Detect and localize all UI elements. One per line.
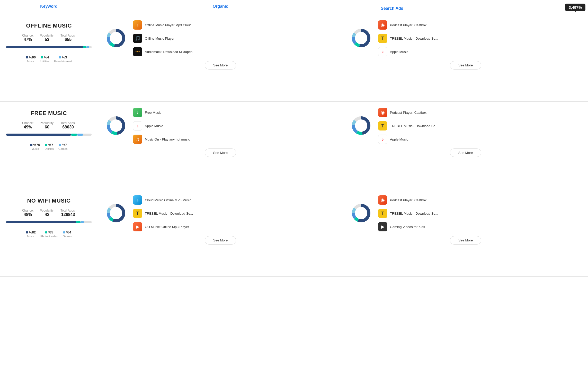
popularity-label: Popularity: xyxy=(40,209,55,212)
app-item: ◉ Podcast Player: Castbox xyxy=(378,108,583,117)
stat-popularity: Popularity: 42 xyxy=(40,209,55,217)
stat-popularity: Popularity: 60 xyxy=(40,121,55,129)
app-name: Free Music xyxy=(145,111,161,115)
app-item: 〜 Audiomack: Download Mixtapes xyxy=(133,47,338,56)
app-item: ♫ Music On - Play any hot music xyxy=(133,135,338,144)
donut-chart xyxy=(348,113,374,139)
donut-chart xyxy=(103,113,129,139)
chart-app-row: ◉ Podcast Player: Castbox T TREBEL Music… xyxy=(348,108,583,144)
legend-item: %76 Music xyxy=(30,143,40,150)
legend-dot xyxy=(63,231,65,233)
app-item: ♪ Apple Music xyxy=(378,47,583,56)
see-more-ads-button[interactable]: See More xyxy=(450,236,481,245)
grid-row-0: OFFLINE MUSIC Chance: 47% Popularity: 53… xyxy=(0,14,588,102)
popularity-value: 42 xyxy=(40,212,55,217)
ads-header-wrapper: Search Ads 3,497% xyxy=(343,4,588,11)
app-icon: ♫ xyxy=(133,135,142,144)
app-icon: ▶ xyxy=(133,222,142,231)
app-item: ◉ Podcast Player: Castbox xyxy=(378,20,583,30)
legend-item: %4 Games xyxy=(63,230,72,238)
app-name: Podcast Player: Castbox xyxy=(390,111,426,115)
keyword-col-0: OFFLINE MUSIC Chance: 47% Popularity: 53… xyxy=(0,14,98,101)
app-item: ♪ Offline Music Player Mp3 Cloud xyxy=(133,20,338,30)
app-item: ▶ GO Music: Offline Mp3 Player xyxy=(133,222,338,231)
app-icon: T xyxy=(378,209,387,218)
legend-item: %5 Photo & video xyxy=(40,230,58,238)
see-more-ads-button[interactable]: See More xyxy=(450,61,481,69)
legend-pct: %90 xyxy=(29,55,36,59)
organic-col-1: ♪ Free Music ♪ Apple Music ♫ Music On - … xyxy=(98,102,343,189)
app-name: Audiomack: Download Mixtapes xyxy=(145,50,192,54)
grid-row-1: FREE MUSIC Chance: 49% Popularity: 60 To… xyxy=(0,102,588,189)
chance-label: Chance: xyxy=(22,209,34,212)
organic-header: Organic xyxy=(98,4,343,11)
chance-value: 49% xyxy=(22,125,34,129)
donut-chart xyxy=(348,25,374,52)
progress-bar xyxy=(6,221,92,223)
app-item: ♪ Free Music xyxy=(133,108,338,117)
legend-item: %3 Entertainment xyxy=(54,55,72,63)
stat-chance: Chance: 48% xyxy=(22,209,34,217)
legend-pct: %7 xyxy=(48,143,53,147)
legend-item: %7 Utilities xyxy=(45,143,54,150)
app-name: Podcast Player: Castbox xyxy=(390,23,426,27)
total-value: 126843 xyxy=(60,212,76,217)
keyword-col-2: NO WIFI MUSIC Chance: 48% Popularity: 42… xyxy=(0,189,98,276)
app-name: GO Music: Offline Mp3 Player xyxy=(145,225,189,229)
page-header: Keyword Organic Search Ads 3,497% xyxy=(0,0,588,14)
legend-cat: Utilities xyxy=(45,147,54,150)
legend-pct: %5 xyxy=(48,230,53,234)
see-more-organic-button[interactable]: See More xyxy=(205,236,236,245)
legend-cat: Entertainment xyxy=(54,60,72,63)
keyword-stats: Chance: 49% Popularity: 60 Total Apps: 6… xyxy=(6,121,92,129)
app-icon: ♪ xyxy=(378,47,387,56)
see-more-ads-button[interactable]: See More xyxy=(450,149,481,157)
keyword-title: OFFLINE MUSIC xyxy=(26,22,72,29)
donut-chart xyxy=(103,200,129,227)
category-legend: %82 Music %5 Photo & video %4 Games xyxy=(26,230,72,238)
app-item: T TREBEL Music - Download So... xyxy=(378,121,583,130)
chance-label: Chance: xyxy=(22,34,34,37)
keyword-header: Keyword xyxy=(0,4,98,11)
keyword-title: FREE MUSIC xyxy=(31,110,67,117)
app-name: Apple Music xyxy=(390,50,408,54)
donut-chart xyxy=(348,200,374,227)
see-more-organic-button[interactable]: See More xyxy=(205,61,236,69)
app-name: Music On - Play any hot music xyxy=(145,137,190,141)
legend-dot xyxy=(59,56,61,58)
legend-dot xyxy=(26,56,28,58)
legend-pct: %4 xyxy=(66,230,71,234)
legend-item: %82 Music xyxy=(26,230,36,238)
legend-pct: %82 xyxy=(29,230,36,234)
keyword-stats: Chance: 48% Popularity: 42 Total Apps: 1… xyxy=(6,209,92,217)
app-item: ♪ Cloud Music Offline MP3 Music xyxy=(133,195,338,205)
popularity-value: 60 xyxy=(40,125,55,129)
app-list: ♪ Free Music ♪ Apple Music ♫ Music On - … xyxy=(133,108,338,144)
chart-app-row: ♪ Offline Music Player Mp3 Cloud 🎵 Offli… xyxy=(103,20,338,56)
total-label: Total Apps: xyxy=(60,209,76,212)
app-icon: 〜 xyxy=(133,47,142,56)
legend-pct: %7 xyxy=(62,143,67,147)
app-item: 🎵 Offline Music Player xyxy=(133,34,338,43)
app-list: ♪ Offline Music Player Mp3 Cloud 🎵 Offli… xyxy=(133,20,338,56)
category-legend: %90 Music %4 Utilities %3 Entertainment xyxy=(26,55,72,63)
donut-chart xyxy=(103,25,129,52)
chance-label: Chance: xyxy=(22,121,34,125)
organic-col-2: ♪ Cloud Music Offline MP3 Music T TREBEL… xyxy=(98,189,343,276)
see-more-organic-button[interactable]: See More xyxy=(205,149,236,157)
app-item: ▶ Gaming Videos for Kids xyxy=(378,222,583,231)
app-name: Offline Music Player xyxy=(145,37,174,40)
keyword-col-1: FREE MUSIC Chance: 49% Popularity: 60 To… xyxy=(0,102,98,189)
app-icon: ♪ xyxy=(133,20,142,30)
chart-app-row: ♪ Free Music ♪ Apple Music ♫ Music On - … xyxy=(103,108,338,144)
app-list: ◉ Podcast Player: Castbox T TREBEL Music… xyxy=(378,20,583,56)
legend-cat: Music xyxy=(31,147,39,150)
app-list: ♪ Cloud Music Offline MP3 Music T TREBEL… xyxy=(133,195,338,231)
app-name: Gaming Videos for Kids xyxy=(390,225,425,229)
grid-row-2: NO WIFI MUSIC Chance: 48% Popularity: 42… xyxy=(0,189,588,277)
app-name: TREBEL Music - Download So... xyxy=(145,212,193,215)
app-item: T TREBEL Music - Download So... xyxy=(378,34,583,43)
stat-chance: Chance: 49% xyxy=(22,121,34,129)
total-label: Total Apps: xyxy=(60,34,76,37)
rows-container: OFFLINE MUSIC Chance: 47% Popularity: 53… xyxy=(0,14,588,277)
